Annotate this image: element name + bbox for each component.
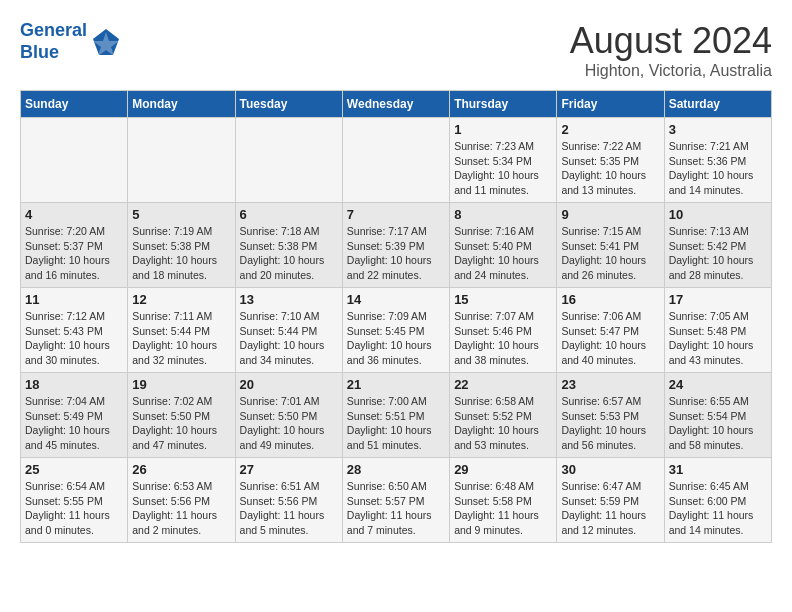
day-number: 4 (25, 207, 123, 222)
day-info: Sunrise: 6:55 AM Sunset: 5:54 PM Dayligh… (669, 394, 767, 453)
day-number: 20 (240, 377, 338, 392)
calendar-week-4: 18Sunrise: 7:04 AM Sunset: 5:49 PM Dayli… (21, 373, 772, 458)
title-block: August 2024 Highton, Victoria, Australia (570, 20, 772, 80)
day-info: Sunrise: 7:02 AM Sunset: 5:50 PM Dayligh… (132, 394, 230, 453)
calendar-cell (21, 118, 128, 203)
day-info: Sunrise: 7:19 AM Sunset: 5:38 PM Dayligh… (132, 224, 230, 283)
day-info: Sunrise: 7:10 AM Sunset: 5:44 PM Dayligh… (240, 309, 338, 368)
day-info: Sunrise: 6:45 AM Sunset: 6:00 PM Dayligh… (669, 479, 767, 538)
header-sunday: Sunday (21, 91, 128, 118)
day-info: Sunrise: 7:13 AM Sunset: 5:42 PM Dayligh… (669, 224, 767, 283)
calendar-cell: 21Sunrise: 7:00 AM Sunset: 5:51 PM Dayli… (342, 373, 449, 458)
calendar-cell: 2Sunrise: 7:22 AM Sunset: 5:35 PM Daylig… (557, 118, 664, 203)
calendar-table: SundayMondayTuesdayWednesdayThursdayFrid… (20, 90, 772, 543)
calendar-cell: 28Sunrise: 6:50 AM Sunset: 5:57 PM Dayli… (342, 458, 449, 543)
calendar-cell: 11Sunrise: 7:12 AM Sunset: 5:43 PM Dayli… (21, 288, 128, 373)
calendar-cell (342, 118, 449, 203)
day-info: Sunrise: 6:54 AM Sunset: 5:55 PM Dayligh… (25, 479, 123, 538)
day-info: Sunrise: 7:09 AM Sunset: 5:45 PM Dayligh… (347, 309, 445, 368)
day-number: 18 (25, 377, 123, 392)
day-info: Sunrise: 7:05 AM Sunset: 5:48 PM Dayligh… (669, 309, 767, 368)
header-thursday: Thursday (450, 91, 557, 118)
calendar-cell: 10Sunrise: 7:13 AM Sunset: 5:42 PM Dayli… (664, 203, 771, 288)
calendar-cell: 8Sunrise: 7:16 AM Sunset: 5:40 PM Daylig… (450, 203, 557, 288)
header-tuesday: Tuesday (235, 91, 342, 118)
day-number: 16 (561, 292, 659, 307)
day-info: Sunrise: 6:48 AM Sunset: 5:58 PM Dayligh… (454, 479, 552, 538)
day-info: Sunrise: 7:11 AM Sunset: 5:44 PM Dayligh… (132, 309, 230, 368)
day-number: 2 (561, 122, 659, 137)
calendar-cell: 4Sunrise: 7:20 AM Sunset: 5:37 PM Daylig… (21, 203, 128, 288)
day-info: Sunrise: 7:18 AM Sunset: 5:38 PM Dayligh… (240, 224, 338, 283)
calendar-cell: 26Sunrise: 6:53 AM Sunset: 5:56 PM Dayli… (128, 458, 235, 543)
day-info: Sunrise: 7:23 AM Sunset: 5:34 PM Dayligh… (454, 139, 552, 198)
calendar-cell: 19Sunrise: 7:02 AM Sunset: 5:50 PM Dayli… (128, 373, 235, 458)
day-number: 8 (454, 207, 552, 222)
calendar-cell: 17Sunrise: 7:05 AM Sunset: 5:48 PM Dayli… (664, 288, 771, 373)
day-info: Sunrise: 7:07 AM Sunset: 5:46 PM Dayligh… (454, 309, 552, 368)
day-number: 21 (347, 377, 445, 392)
day-number: 19 (132, 377, 230, 392)
calendar-cell: 24Sunrise: 6:55 AM Sunset: 5:54 PM Dayli… (664, 373, 771, 458)
day-info: Sunrise: 7:20 AM Sunset: 5:37 PM Dayligh… (25, 224, 123, 283)
page-header: General Blue August 2024 Highton, Victor… (20, 20, 772, 80)
day-number: 12 (132, 292, 230, 307)
day-number: 22 (454, 377, 552, 392)
day-info: Sunrise: 6:57 AM Sunset: 5:53 PM Dayligh… (561, 394, 659, 453)
calendar-cell: 25Sunrise: 6:54 AM Sunset: 5:55 PM Dayli… (21, 458, 128, 543)
day-number: 14 (347, 292, 445, 307)
day-info: Sunrise: 6:58 AM Sunset: 5:52 PM Dayligh… (454, 394, 552, 453)
day-info: Sunrise: 7:17 AM Sunset: 5:39 PM Dayligh… (347, 224, 445, 283)
day-number: 23 (561, 377, 659, 392)
logo-blue: Blue (20, 42, 59, 62)
day-info: Sunrise: 6:53 AM Sunset: 5:56 PM Dayligh… (132, 479, 230, 538)
calendar-cell: 20Sunrise: 7:01 AM Sunset: 5:50 PM Dayli… (235, 373, 342, 458)
day-info: Sunrise: 7:06 AM Sunset: 5:47 PM Dayligh… (561, 309, 659, 368)
logo-icon (91, 27, 121, 57)
day-info: Sunrise: 7:01 AM Sunset: 5:50 PM Dayligh… (240, 394, 338, 453)
day-info: Sunrise: 7:15 AM Sunset: 5:41 PM Dayligh… (561, 224, 659, 283)
day-info: Sunrise: 7:16 AM Sunset: 5:40 PM Dayligh… (454, 224, 552, 283)
logo-text: General Blue (20, 20, 87, 63)
calendar-cell: 22Sunrise: 6:58 AM Sunset: 5:52 PM Dayli… (450, 373, 557, 458)
day-number: 27 (240, 462, 338, 477)
header-saturday: Saturday (664, 91, 771, 118)
calendar-cell (128, 118, 235, 203)
day-info: Sunrise: 6:51 AM Sunset: 5:56 PM Dayligh… (240, 479, 338, 538)
calendar-cell: 1Sunrise: 7:23 AM Sunset: 5:34 PM Daylig… (450, 118, 557, 203)
calendar-cell: 6Sunrise: 7:18 AM Sunset: 5:38 PM Daylig… (235, 203, 342, 288)
day-number: 15 (454, 292, 552, 307)
calendar-week-2: 4Sunrise: 7:20 AM Sunset: 5:37 PM Daylig… (21, 203, 772, 288)
day-number: 10 (669, 207, 767, 222)
day-number: 1 (454, 122, 552, 137)
calendar-week-3: 11Sunrise: 7:12 AM Sunset: 5:43 PM Dayli… (21, 288, 772, 373)
calendar-cell: 7Sunrise: 7:17 AM Sunset: 5:39 PM Daylig… (342, 203, 449, 288)
day-number: 3 (669, 122, 767, 137)
calendar-cell: 31Sunrise: 6:45 AM Sunset: 6:00 PM Dayli… (664, 458, 771, 543)
day-number: 6 (240, 207, 338, 222)
day-number: 24 (669, 377, 767, 392)
day-number: 29 (454, 462, 552, 477)
day-info: Sunrise: 6:47 AM Sunset: 5:59 PM Dayligh… (561, 479, 659, 538)
calendar-cell: 15Sunrise: 7:07 AM Sunset: 5:46 PM Dayli… (450, 288, 557, 373)
calendar-week-5: 25Sunrise: 6:54 AM Sunset: 5:55 PM Dayli… (21, 458, 772, 543)
calendar-cell: 18Sunrise: 7:04 AM Sunset: 5:49 PM Dayli… (21, 373, 128, 458)
calendar-cell (235, 118, 342, 203)
day-number: 28 (347, 462, 445, 477)
calendar-cell: 16Sunrise: 7:06 AM Sunset: 5:47 PM Dayli… (557, 288, 664, 373)
calendar-cell: 12Sunrise: 7:11 AM Sunset: 5:44 PM Dayli… (128, 288, 235, 373)
day-info: Sunrise: 6:50 AM Sunset: 5:57 PM Dayligh… (347, 479, 445, 538)
day-info: Sunrise: 7:21 AM Sunset: 5:36 PM Dayligh… (669, 139, 767, 198)
day-number: 13 (240, 292, 338, 307)
day-number: 11 (25, 292, 123, 307)
calendar-week-1: 1Sunrise: 7:23 AM Sunset: 5:34 PM Daylig… (21, 118, 772, 203)
day-number: 25 (25, 462, 123, 477)
day-info: Sunrise: 7:00 AM Sunset: 5:51 PM Dayligh… (347, 394, 445, 453)
calendar-cell: 23Sunrise: 6:57 AM Sunset: 5:53 PM Dayli… (557, 373, 664, 458)
logo: General Blue (20, 20, 121, 63)
day-number: 9 (561, 207, 659, 222)
day-number: 17 (669, 292, 767, 307)
calendar-cell: 5Sunrise: 7:19 AM Sunset: 5:38 PM Daylig… (128, 203, 235, 288)
main-title: August 2024 (570, 20, 772, 62)
day-info: Sunrise: 7:04 AM Sunset: 5:49 PM Dayligh… (25, 394, 123, 453)
